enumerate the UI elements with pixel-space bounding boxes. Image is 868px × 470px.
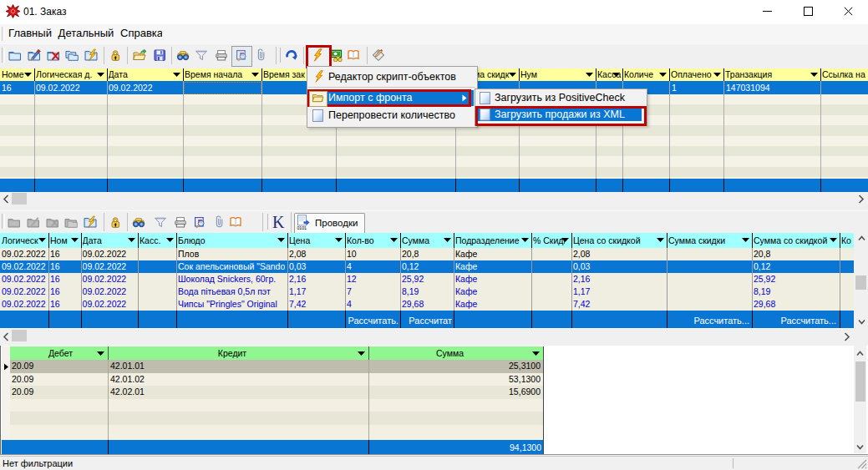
svg-text:0101: 0101 bbox=[297, 225, 307, 230]
